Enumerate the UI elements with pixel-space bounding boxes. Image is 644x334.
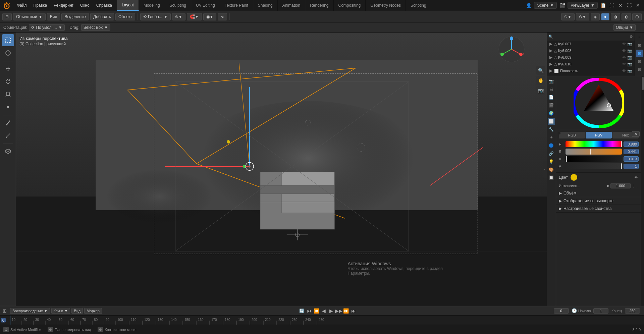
blender-logo[interactable] [0, 0, 13, 11]
scrollbar-thumb[interactable] [642, 77, 644, 90]
tab-rendering[interactable]: Rendering [305, 0, 333, 11]
menu-file[interactable]: Файл [13, 0, 30, 11]
user-icon[interactable]: 👤 [524, 1, 533, 10]
intensity-drag-handle[interactable]: ⋮⋮ [632, 184, 639, 188]
frame-jump-end[interactable]: ⏭ [350, 307, 357, 315]
tab-geometry-nodes[interactable]: Geometry Nodes [366, 0, 406, 11]
tool-transform[interactable] [2, 101, 14, 113]
rs-icon-4[interactable]: ⊡ [636, 58, 643, 65]
rs-icon-5[interactable]: ⊟ [636, 66, 643, 73]
editor-type-timeline[interactable]: ⊞ [3, 308, 7, 314]
tool-add-cube[interactable] [2, 145, 14, 157]
tool-move[interactable] [2, 63, 14, 75]
zoom-in-btn[interactable]: 🔍 [536, 66, 545, 75]
item-eye-4[interactable]: 👁 [622, 69, 626, 73]
rs-icon-2[interactable]: ⊞ [636, 42, 643, 49]
options-btn[interactable]: Опции ▼ [613, 24, 636, 31]
section-volume-header[interactable]: ▶ Объём [559, 191, 639, 196]
item-eye-2[interactable]: 👁 [622, 55, 626, 59]
editor-type-btn[interactable]: ⊞ [2, 13, 12, 20]
prop-constraint-btn[interactable]: 🔗 [548, 150, 555, 157]
section-custom-header[interactable]: ▶ Настраиваемые свойства [559, 206, 639, 211]
viewport-shading-rendered[interactable]: ◐ [622, 13, 631, 20]
outliner-item-2[interactable]: ▶ △ Ку6.009 👁 📷 [547, 54, 635, 61]
fullscreen-icon[interactable]: ⛶ [607, 1, 616, 10]
tab-sculpting[interactable]: Sculpting [165, 0, 191, 11]
item-cam-0[interactable]: 📷 [627, 42, 632, 46]
tab-texture-paint[interactable]: Texture Paint [220, 0, 253, 11]
h-slider[interactable] [566, 141, 622, 147]
tool-scale[interactable] [2, 88, 14, 100]
view-timeline-btn[interactable]: Вид [71, 308, 83, 314]
viewport-area[interactable]: Из камеры перспектива (0) Collection | р… [16, 33, 547, 306]
view-layer-icon[interactable]: 📋 [599, 1, 607, 10]
tab-hsv[interactable]: HSV [586, 132, 612, 138]
menu-help[interactable]: Справка [93, 0, 115, 11]
item-cam-1[interactable]: 📷 [627, 49, 632, 53]
outliner-item-0[interactable]: ▶ △ Ку6.007 👁 📷 [547, 41, 635, 47]
rs-icon-3[interactable]: ⊞ [636, 50, 643, 57]
item-eye-3[interactable]: 👁 [622, 62, 626, 66]
tab-scripting[interactable]: Scripting [406, 0, 431, 11]
prop-modifier-btn[interactable]: 🔧 [548, 126, 555, 133]
orientation-dropdown[interactable]: ⟳ По умолч... ▼ [29, 24, 64, 31]
color-picker-expand[interactable] [558, 132, 560, 134]
camera-btn[interactable]: 📷 [536, 86, 545, 95]
prop-output-btn[interactable]: 🖨 [548, 86, 555, 93]
frame-prev[interactable]: ⏪ [313, 307, 320, 315]
item-cam-2[interactable]: 📷 [627, 55, 632, 60]
eyedropper-btn[interactable]: ✏ [635, 175, 639, 180]
select-btn[interactable]: Выделение [61, 13, 89, 20]
intensity-value[interactable]: 1.000 [610, 183, 631, 188]
tab-modeling[interactable]: Modeling [139, 0, 165, 11]
frame-step-back[interactable]: ◀ [320, 307, 328, 315]
marker-btn[interactable]: Маркер [84, 308, 102, 314]
gizmo-btn[interactable]: ⊙▼ [561, 13, 575, 20]
add-btn[interactable]: Добавить [90, 13, 114, 20]
axis-gizmo[interactable]: Z X Y [498, 36, 525, 64]
outliner-item-3[interactable]: ▶ △ Ку6.010 👁 📷 [547, 61, 635, 67]
frame-next[interactable]: ⏩ [342, 307, 350, 315]
item-eye-0[interactable]: 👁 [622, 42, 626, 46]
a-slider[interactable] [566, 163, 622, 169]
render-fullscreen-icon[interactable]: ⛶ [625, 1, 634, 10]
item-eye-1[interactable]: 👁 [622, 49, 626, 53]
section-viewport-header[interactable]: ▶ Отображение во вьюпорте [559, 199, 639, 203]
tool-select-box[interactable] [2, 34, 14, 46]
tab-layout[interactable]: Layout [117, 0, 139, 11]
prop-material-btn[interactable]: 🎨 [548, 166, 555, 173]
sync-btn[interactable]: 🔄 [299, 309, 304, 313]
tab-animation[interactable]: Animation [278, 0, 305, 11]
outliner-filter-icon[interactable]: ⚙ [630, 35, 633, 39]
right-panel-collapse[interactable]: ‹ [543, 161, 547, 178]
tab-rgb[interactable]: RGB [559, 132, 585, 138]
v-value[interactable]: 0.013 [624, 156, 639, 162]
a-value[interactable]: 1 [624, 164, 639, 169]
frame-jump-start[interactable]: ⏮ [306, 307, 313, 315]
tab-compositing[interactable]: Compositing [334, 0, 366, 11]
prop-texture-btn[interactable]: 🔲 [548, 174, 555, 181]
overlay-btn[interactable]: ⊙▼ [576, 13, 589, 20]
playback-btn[interactable]: Воспроизведение ▼ [10, 308, 50, 314]
s-slider[interactable] [566, 149, 622, 155]
prop-world-btn[interactable]: 🌍 [548, 110, 555, 117]
menu-render[interactable]: Рендеринг [50, 0, 77, 11]
object-btn[interactable]: Объект [115, 13, 135, 20]
color-picker-close-btn[interactable]: ✕ [632, 131, 640, 137]
viewport-shading-material[interactable]: ◑ [611, 13, 620, 20]
menu-window[interactable]: Окно [77, 0, 93, 11]
object-mode-btn[interactable]: Объектный ▼ [13, 13, 46, 20]
keying-btn[interactable]: Кеинг ▼ [51, 308, 70, 314]
item-cam-4[interactable]: 📷 [627, 69, 632, 73]
rs-icon-1[interactable]: ⋯ [636, 34, 643, 41]
tab-uv-editing[interactable]: UV Editing [191, 0, 220, 11]
h-value[interactable]: 0.989 [624, 142, 639, 147]
view-btn[interactable]: Вид [47, 13, 60, 20]
end-frame-input[interactable] [625, 308, 640, 314]
prop-object-btn[interactable]: ⬜ [548, 118, 555, 125]
tool-annotate[interactable] [2, 117, 14, 129]
prop-particles-btn[interactable]: ✦ [548, 134, 555, 141]
pivot-btn[interactable]: ⊕▼ [172, 13, 185, 20]
v-slider[interactable] [566, 156, 622, 162]
outliner-item-1[interactable]: ▶ △ Ку6.008 👁 📷 [547, 47, 635, 54]
